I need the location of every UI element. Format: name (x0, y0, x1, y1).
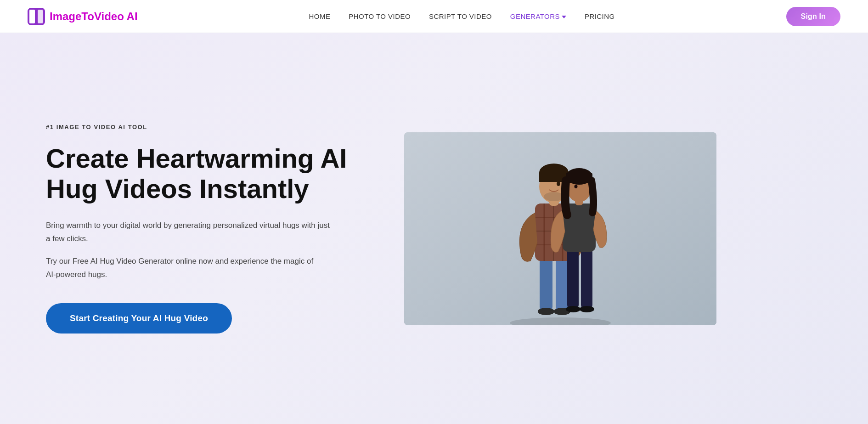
hero-description-1: Bring warmth to your digital world by ge… (46, 219, 331, 246)
svg-rect-6 (556, 256, 569, 311)
svg-rect-1 (30, 10, 35, 23)
svg-rect-0 (28, 8, 45, 25)
svg-point-21 (544, 192, 564, 201)
hero-description-2: Try our Free AI Hug Video Generator onli… (46, 255, 321, 282)
svg-point-26 (580, 306, 594, 312)
svg-point-22 (557, 181, 560, 186)
nav-pricing[interactable]: PRICING (585, 12, 615, 20)
nav-script-to-video[interactable]: SCRIPT TO VIDEO (429, 12, 492, 20)
logo[interactable]: ImageToVideo AI (28, 8, 138, 25)
hero-title: Create Heartwarming AI Hug Videos Instan… (46, 143, 367, 204)
svg-point-32 (575, 185, 578, 188)
svg-rect-2 (38, 10, 43, 23)
navbar: ImageToVideo AI HOME PHOTO TO VIDEO SCRI… (0, 0, 868, 33)
nav-home[interactable]: HOME (309, 12, 331, 20)
generators-label: GENERATORS (510, 12, 560, 20)
hero-content: #1 IMAGE TO VIDEO AI TOOL Create Heartwa… (46, 124, 367, 334)
nav-generators[interactable]: GENERATORS (510, 12, 566, 20)
svg-rect-24 (581, 247, 592, 309)
cta-button[interactable]: Start Creating Your AI Hug Video (46, 303, 232, 334)
svg-rect-5 (540, 256, 552, 311)
chevron-down-icon (562, 16, 566, 18)
hero-image (404, 132, 716, 325)
svg-point-7 (538, 308, 554, 315)
logo-text: ImageToVideo AI (50, 10, 138, 23)
hero-tag: #1 IMAGE TO VIDEO AI TOOL (46, 124, 367, 130)
svg-point-25 (566, 306, 581, 312)
svg-rect-31 (566, 173, 592, 183)
svg-rect-23 (567, 247, 579, 309)
nav-photo-to-video[interactable]: PHOTO TO VIDEO (349, 12, 411, 20)
nav-links: HOME PHOTO TO VIDEO SCRIPT TO VIDEO GENE… (309, 12, 615, 20)
hero-section: #1 IMAGE TO VIDEO AI TOOL Create Heartwa… (0, 33, 868, 424)
sign-in-button[interactable]: Sign In (786, 7, 840, 26)
logo-icon (28, 8, 45, 25)
couple-illustration (404, 132, 716, 325)
